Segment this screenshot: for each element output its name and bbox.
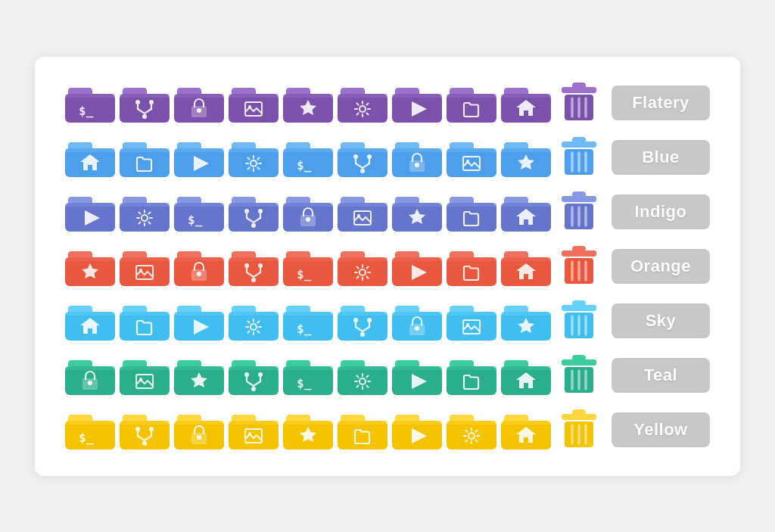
folder-icon-sky-5[interactable] xyxy=(338,300,388,342)
svg-rect-14 xyxy=(174,94,224,98)
folder-icon-flatery-5[interactable] xyxy=(338,82,388,124)
svg-point-116 xyxy=(307,218,310,221)
svg-rect-119 xyxy=(338,203,388,207)
folder-icon-teal-4[interactable]: $_ xyxy=(283,354,333,397)
folder-icon-teal-1[interactable] xyxy=(120,354,170,397)
folder-icon-blue-1[interactable] xyxy=(120,136,170,179)
svg-point-214 xyxy=(416,327,419,330)
folder-icon-teal-2[interactable] xyxy=(174,354,224,397)
folder-icon-teal-6[interactable] xyxy=(392,354,442,397)
folder-icon-orange-4[interactable]: $_ xyxy=(283,245,333,288)
folder-icon-yellow-0[interactable]: $_ xyxy=(65,409,115,451)
folder-icon-yellow-1[interactable] xyxy=(120,409,170,451)
svg-text:$_: $_ xyxy=(297,376,312,390)
folder-icon-sky-7[interactable] xyxy=(447,300,496,342)
svg-rect-144 xyxy=(120,257,170,261)
folder-icon-teal-0[interactable] xyxy=(65,354,115,397)
folder-icon-indigo-5[interactable] xyxy=(338,191,388,233)
theme-label-flatery: Flatery xyxy=(612,86,710,120)
folder-icon-orange-8[interactable] xyxy=(501,245,551,288)
svg-rect-24 xyxy=(283,94,333,98)
folder-icon-yellow-3[interactable] xyxy=(229,409,279,451)
svg-rect-143 xyxy=(120,257,170,286)
svg-point-285 xyxy=(142,441,147,446)
theme-label-indigo: Indigo xyxy=(612,194,710,229)
folder-icon-sky-1[interactable] xyxy=(120,300,170,342)
svg-rect-140 xyxy=(65,257,115,261)
folder-icon-flatery-8[interactable] xyxy=(501,82,551,124)
folder-icon-orange-2[interactable] xyxy=(174,245,224,288)
folder-icon-orange-1[interactable] xyxy=(120,245,170,288)
folder-icon-indigo-2[interactable]: $_ xyxy=(174,191,224,233)
folder-icon-indigo-4[interactable] xyxy=(283,191,333,233)
folder-icon-sky-0[interactable] xyxy=(65,300,115,342)
svg-rect-317 xyxy=(562,414,596,420)
trash-icon-indigo[interactable] xyxy=(556,188,602,235)
folder-icon-orange-6[interactable] xyxy=(392,245,442,288)
folder-icon-blue-5[interactable] xyxy=(338,136,388,179)
trash-icon-flatery[interactable] xyxy=(556,79,602,126)
folder-icon-indigo-1[interactable] xyxy=(120,191,170,233)
folder-icon-yellow-7[interactable] xyxy=(447,409,496,451)
folder-icon-indigo-0[interactable] xyxy=(65,191,115,233)
folder-icon-yellow-6[interactable] xyxy=(392,409,442,451)
folder-icon-sky-6[interactable] xyxy=(392,300,442,342)
folder-icon-orange-7[interactable] xyxy=(447,245,496,288)
svg-point-157 xyxy=(251,278,256,282)
folder-icon-blue-3[interactable] xyxy=(229,136,279,179)
folder-icon-sky-2[interactable] xyxy=(174,300,224,342)
theme-row-orange: $_ xyxy=(65,243,710,290)
folder-icon-teal-3[interactable] xyxy=(229,354,279,397)
folder-icon-blue-2[interactable] xyxy=(174,136,224,179)
folder-icon-blue-4[interactable]: $_ xyxy=(283,136,333,179)
folder-icon-indigo-6[interactable] xyxy=(392,191,442,233)
theme-label-yellow: Yellow xyxy=(612,412,710,447)
svg-point-234 xyxy=(89,381,92,384)
folder-icon-orange-5[interactable] xyxy=(338,245,388,288)
folder-icon-blue-6[interactable] xyxy=(392,136,442,179)
folder-icon-orange-0[interactable] xyxy=(65,245,115,288)
svg-rect-188 xyxy=(120,312,170,341)
folder-icon-yellow-2[interactable] xyxy=(174,409,224,451)
folder-icon-flatery-2[interactable] xyxy=(174,82,224,124)
svg-rect-170 xyxy=(392,257,442,261)
trash-icon-teal[interactable] xyxy=(556,352,602,399)
svg-rect-94 xyxy=(65,203,115,207)
svg-point-151 xyxy=(198,272,201,275)
folder-icon-sky-8[interactable] xyxy=(501,300,551,342)
svg-rect-114 xyxy=(283,203,333,207)
svg-rect-290 xyxy=(174,421,224,425)
folder-icon-flatery-3[interactable] xyxy=(229,82,279,124)
trash-icon-sky[interactable] xyxy=(556,297,602,344)
trash-icon-yellow[interactable] xyxy=(556,406,602,453)
folder-icon-sky-3[interactable] xyxy=(229,300,279,342)
folder-icon-teal-8[interactable] xyxy=(501,354,551,397)
svg-rect-35 xyxy=(447,94,496,123)
svg-rect-18 xyxy=(229,94,279,123)
folder-icon-sky-4[interactable]: $_ xyxy=(283,300,333,342)
folder-icon-flatery-6[interactable] xyxy=(392,82,442,124)
folder-icon-blue-7[interactable] xyxy=(447,136,496,179)
svg-rect-165 xyxy=(338,257,388,286)
folder-icon-teal-7[interactable] xyxy=(447,354,496,397)
folder-icon-flatery-4[interactable] xyxy=(283,82,333,124)
folder-icon-yellow-5[interactable] xyxy=(338,409,388,451)
folder-icon-blue-0[interactable] xyxy=(65,136,115,179)
folder-icon-orange-3[interactable] xyxy=(229,245,279,288)
folder-icon-flatery-1[interactable] xyxy=(120,82,170,124)
folder-icon-indigo-7[interactable] xyxy=(447,191,496,233)
trash-icon-orange[interactable] xyxy=(556,243,602,290)
folder-icon-flatery-7[interactable] xyxy=(447,82,496,124)
folder-icon-blue-8[interactable] xyxy=(501,136,551,179)
folder-icon-indigo-3[interactable] xyxy=(229,191,279,233)
folder-icon-teal-5[interactable] xyxy=(338,354,388,397)
trash-icon-blue[interactable] xyxy=(556,134,602,181)
folder-icon-flatery-0[interactable]: $_ xyxy=(65,82,115,124)
svg-rect-222 xyxy=(501,312,551,316)
folder-icon-indigo-8[interactable] xyxy=(501,191,551,233)
folder-icon-yellow-4[interactable] xyxy=(283,409,333,451)
svg-point-249 xyxy=(251,387,256,391)
theme-label-teal: Teal xyxy=(612,358,710,393)
folder-icon-yellow-8[interactable] xyxy=(501,409,551,451)
theme-label-blue: Blue xyxy=(612,140,710,175)
